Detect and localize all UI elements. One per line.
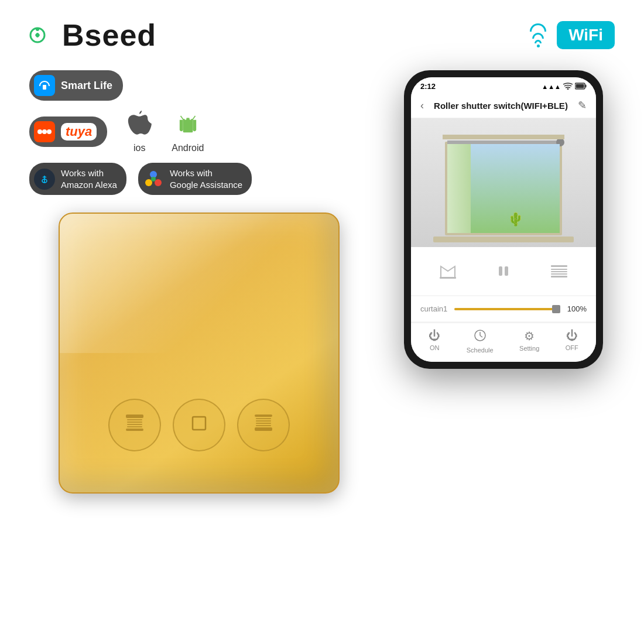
- apple-icon: [125, 110, 154, 139]
- tuya-badge: tuya: [29, 117, 107, 147]
- android-icon: [173, 110, 203, 139]
- svg-point-4: [42, 129, 47, 134]
- window-view: 🌵: [471, 144, 560, 233]
- svg-line-42: [480, 335, 482, 337]
- ios-platform: ios: [125, 110, 154, 153]
- phone-nav-bar: ‹ Roller shutter switch(WIFI+BLE) ✎: [411, 93, 596, 118]
- alexa-text: Works with Amazon Alexa: [61, 167, 117, 190]
- nav-schedule-icon: [474, 329, 487, 345]
- nav-setting-icon: ⚙: [524, 329, 535, 343]
- main-content: Smart Life tuya: [0, 64, 644, 511]
- phone-bottom-nav: ⏻ ON Schedule: [411, 323, 596, 362]
- switch-down-button[interactable]: [237, 399, 290, 451]
- cactus-decoration: 🌵: [508, 212, 523, 227]
- svg-point-28: [567, 88, 569, 90]
- google-line1: Works with: [170, 167, 242, 179]
- right-panel: 2:12 ▲▲▲: [392, 70, 615, 494]
- wifi-label: WiFi: [557, 21, 615, 49]
- tuya-platform-row: tuya ios: [29, 110, 369, 153]
- svg-rect-31: [576, 84, 584, 88]
- status-time: 2:12: [420, 82, 436, 91]
- back-button[interactable]: ‹: [420, 100, 424, 112]
- svg-point-12: [155, 179, 162, 186]
- nav-item-on[interactable]: ⏻ ON: [429, 329, 440, 354]
- shutter-preview: 🌵: [411, 118, 596, 247]
- alexa-line1: Works with: [61, 167, 117, 179]
- platform-icons: ios Android: [125, 110, 204, 153]
- nav-item-setting[interactable]: ⚙ Setting: [519, 329, 539, 354]
- svg-rect-16: [127, 419, 142, 420]
- left-panel: Smart Life tuya: [29, 70, 369, 494]
- svg-point-1: [36, 28, 39, 31]
- svg-rect-26: [256, 425, 271, 426]
- smart-life-icon: [34, 75, 55, 96]
- tuya-label: tuya: [61, 123, 97, 141]
- switch-up-icon: [121, 410, 148, 441]
- svg-rect-32: [440, 277, 456, 279]
- signal-icon: ▲▲▲: [542, 83, 561, 90]
- curtain-open-button[interactable]: [433, 256, 463, 286]
- svg-rect-37: [551, 271, 567, 272]
- slider-track[interactable]: [454, 308, 560, 310]
- svg-point-7: [184, 118, 186, 119]
- svg-rect-35: [551, 265, 567, 267]
- phone-outer: 2:12 ▲▲▲: [404, 70, 603, 369]
- svg-point-8: [189, 118, 191, 119]
- window-top-frame: [443, 135, 564, 139]
- switch-up-button[interactable]: [108, 399, 161, 451]
- window-sill: [433, 237, 574, 242]
- switch-stop-button[interactable]: [173, 399, 225, 451]
- nav-off-icon: ⏻: [566, 329, 578, 342]
- svg-rect-6: [183, 119, 193, 132]
- android-platform: Android: [172, 110, 204, 153]
- curtain-stop-button[interactable]: [489, 256, 518, 286]
- svg-rect-20: [126, 429, 143, 431]
- wifi-icon: [530, 23, 546, 47]
- svg-point-3: [37, 129, 42, 134]
- switch-device: [59, 213, 340, 494]
- switch-container: [29, 213, 369, 494]
- curtain-close-button[interactable]: [544, 256, 574, 286]
- ios-label: ios: [133, 143, 145, 153]
- tuya-icon: [34, 121, 55, 142]
- brand-logo: Bseed: [29, 18, 156, 53]
- nav-item-schedule[interactable]: Schedule: [467, 329, 494, 354]
- svg-rect-18: [127, 424, 142, 425]
- svg-rect-39: [551, 276, 567, 278]
- google-text: Works with Google Assistance: [170, 167, 242, 190]
- google-icon: [143, 169, 164, 190]
- slider-thumb[interactable]: [552, 305, 560, 313]
- svg-rect-38: [551, 273, 567, 275]
- svg-rect-25: [256, 423, 271, 424]
- window-frame: 🌵: [445, 142, 562, 235]
- svg-point-14: [151, 177, 156, 181]
- svg-rect-15: [126, 415, 143, 418]
- nav-on-label: ON: [430, 344, 440, 351]
- google-line2: Google Assistance: [170, 179, 242, 191]
- svg-rect-19: [127, 426, 142, 427]
- svg-rect-24: [256, 420, 271, 422]
- google-badge: Works with Google Assistance: [138, 163, 252, 195]
- svg-point-13: [145, 179, 152, 186]
- badges-section: Smart Life tuya: [29, 70, 369, 195]
- svg-point-5: [47, 129, 52, 134]
- phone-screen: 2:12 ▲▲▲: [411, 77, 596, 362]
- smart-life-label: Smart Life: [61, 80, 112, 92]
- svg-rect-33: [499, 266, 502, 276]
- alexa-badge: Works with Amazon Alexa: [29, 163, 126, 195]
- nav-item-off[interactable]: ⏻ OFF: [566, 329, 578, 354]
- slider-section: curtain1 100%: [411, 296, 596, 321]
- edit-button[interactable]: ✎: [578, 99, 587, 112]
- phone-wrapper: 2:12 ▲▲▲: [404, 70, 603, 369]
- slider-fill: [454, 308, 560, 310]
- svg-rect-17: [127, 422, 142, 423]
- bseed-logo-icon: [29, 21, 57, 49]
- window-assembly: 🌵: [445, 142, 562, 235]
- svg-rect-2: [43, 85, 46, 90]
- switch-buttons: [108, 399, 290, 451]
- curtain-panel: [447, 144, 471, 233]
- slider-label: curtain1: [420, 304, 447, 313]
- svg-rect-22: [255, 415, 272, 417]
- svg-rect-21: [193, 417, 205, 430]
- nav-on-icon: ⏻: [429, 329, 440, 342]
